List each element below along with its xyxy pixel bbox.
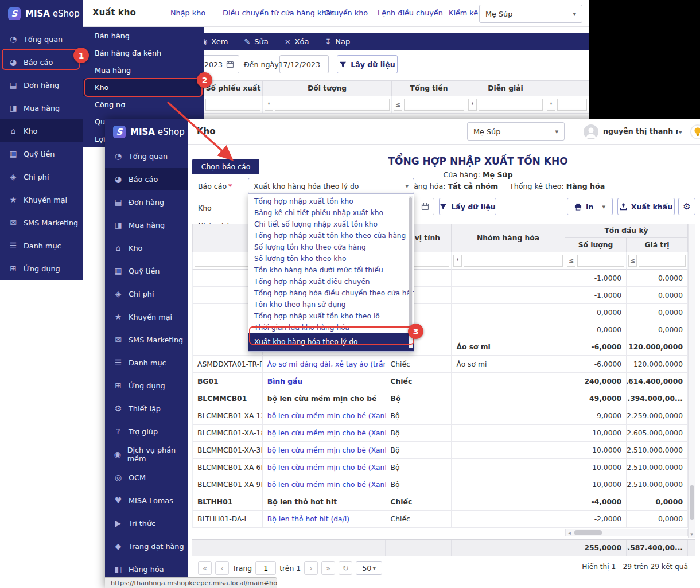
front-sidebar-item[interactable]: ▤ Đơn hàng bbox=[105, 190, 188, 213]
dropdown-option[interactable]: Xuất kho hàng hóa theo lý do bbox=[248, 333, 414, 351]
dropdown-option[interactable]: Số lượng tồn kho theo cửa hàng bbox=[248, 242, 414, 253]
vertical-scroll-thumb[interactable] bbox=[690, 485, 694, 520]
tab-chon-bao-cao[interactable]: Chọn báo cáo bbox=[192, 159, 259, 174]
cell-name[interactable]: Bộ len thỏ hot hit (da/l) bbox=[263, 511, 386, 527]
user-chevron-down-icon[interactable]: ▾ bbox=[679, 128, 682, 136]
front-sidebar-item[interactable]: ⌂ Kho bbox=[105, 236, 188, 259]
front-sidebar-item[interactable]: ? Trợ giúp bbox=[105, 420, 188, 443]
back-sidebar-item[interactable]: ◈ Chi phí bbox=[0, 165, 83, 188]
horizontal-scrollbar[interactable]: ◂ bbox=[565, 529, 688, 536]
horizontal-scroll-thumb[interactable] bbox=[574, 530, 602, 535]
refresh-button[interactable]: ↻ bbox=[339, 561, 352, 575]
back-sidebar-item[interactable]: ☰ Danh mục bbox=[0, 234, 83, 257]
get-data-button[interactable]: Lấy dữ liệu bbox=[439, 198, 496, 215]
front-sidebar-item[interactable]: ⚙ Thiết lập bbox=[105, 397, 188, 420]
col-tong-tien[interactable]: Tổng tiền bbox=[392, 80, 466, 96]
back-store-select[interactable]: Mẹ Súp ▾ bbox=[479, 5, 582, 23]
back-sidebar-item[interactable]: ✉ SMS Marketing bbox=[0, 211, 83, 234]
back-sidebar-item[interactable]: ◕ Báo cáo bbox=[0, 50, 83, 73]
next-page-button[interactable]: › bbox=[304, 561, 318, 575]
cell-name[interactable]: Bình gấu bbox=[263, 373, 386, 390]
print-chevron-down-icon[interactable]: ▾ bbox=[598, 203, 606, 211]
to-date-input[interactable]: 17/12/2023 bbox=[279, 55, 329, 73]
dropdown-option[interactable]: Tổng hợp nhập xuất tồn kho theo cửa hàng bbox=[248, 230, 414, 242]
table-row[interactable]: BLCMMCB01-XA-3M bộ len cừu mềm mịn cho b… bbox=[193, 442, 688, 459]
filter-operator[interactable]: ≤ bbox=[567, 255, 575, 267]
front-sidebar-item[interactable]: ▦ Quỹ tiền bbox=[105, 259, 188, 282]
front-sidebar-item[interactable]: ◈ Chi phí bbox=[105, 282, 188, 305]
col-opening-header[interactable]: Tồn đầu kỳ bbox=[565, 224, 688, 237]
filter-input[interactable] bbox=[577, 255, 624, 267]
grid-settings-button[interactable]: ⚙ bbox=[678, 198, 695, 215]
front-sidebar-item[interactable]: ▶ Tri thức bbox=[105, 512, 188, 535]
table-row[interactable]: BLTHH01 Bộ len thỏ hot hit Chiếc -4,0000… bbox=[193, 493, 688, 511]
back-sidebar-item[interactable]: ▦ Quỹ tiền bbox=[0, 142, 83, 165]
front-sidebar-item[interactable]: ✉ SMS Marketing bbox=[105, 328, 188, 351]
back-get-data-button[interactable]: Lấy dữ liệu bbox=[337, 55, 398, 73]
report-type-combobox[interactable]: Xuất kho hàng hóa theo lý do ▾ bbox=[248, 178, 414, 194]
col-value-header[interactable]: Giá trị bbox=[627, 237, 688, 252]
front-sidebar-item[interactable]: ◔ Tổng quan bbox=[105, 145, 188, 168]
filter-operator[interactable]: * bbox=[453, 255, 462, 267]
back-sidebar-item[interactable]: ◔ Tổng quan bbox=[0, 28, 83, 50]
col-group-header[interactable]: Nhóm hàng hóa bbox=[452, 224, 565, 252]
front-sidebar-item[interactable]: ★ Khuyến mại bbox=[105, 305, 188, 328]
dropdown-scroll-thumb[interactable] bbox=[409, 197, 412, 330]
scroll-left-arrow-icon[interactable]: ◂ bbox=[566, 530, 573, 536]
dropdown-option[interactable]: Tổng hợp nhập xuất tồn kho bbox=[248, 196, 414, 207]
dropdown-option[interactable]: Chi tiết số lượng nhập xuất tồn kho bbox=[248, 219, 414, 230]
back-sidebar-item[interactable]: ⊞ Ứng dụng bbox=[0, 257, 83, 280]
front-sidebar-item[interactable]: ♥ MISA Lomas bbox=[105, 489, 188, 512]
prev-page-button[interactable]: ‹ bbox=[215, 561, 229, 575]
dropdown-option[interactable]: Tổng hợp hàng hóa điều chuyển theo cửa h… bbox=[248, 287, 414, 299]
toolbar-button[interactable]: ✎ Sửa bbox=[244, 37, 268, 46]
nav-dieu-chuyen[interactable]: Điều chuyển từ cửa hàng khác bbox=[223, 9, 335, 17]
tips-bulb-icon[interactable] bbox=[689, 123, 700, 141]
back-sidebar-item[interactable]: ▤ Đơn hàng bbox=[0, 73, 83, 96]
toolbar-button[interactable]: × Xóa bbox=[285, 37, 309, 46]
col-doi-tuong[interactable]: Đối tượng bbox=[263, 80, 392, 96]
cell-name[interactable]: bộ len cừu mềm mịn cho bé (Xanh/3 bbox=[263, 442, 386, 458]
filter-input[interactable] bbox=[205, 99, 260, 111]
front-sidebar-item[interactable]: ☰ Danh mục bbox=[105, 351, 188, 374]
table-row[interactable]: BLCMMCB01 bộ len cừu mềm mịn cho bé Bộ 4… bbox=[193, 390, 688, 407]
filter-operator[interactable]: * bbox=[468, 99, 477, 111]
cell-name[interactable]: bộ len cừu mềm mịn cho bé (Xanh/1 bbox=[263, 425, 386, 441]
dropdown-option[interactable]: Tổng hợp nhập xuất tồn kho theo lô bbox=[248, 310, 414, 322]
dropdown-option[interactable]: Bảng kê chi tiết phiếu nhập xuất kho bbox=[248, 207, 414, 219]
print-button[interactable]: In ▾ bbox=[567, 198, 613, 215]
page-number-input[interactable] bbox=[255, 561, 276, 575]
first-page-button[interactable]: « bbox=[198, 561, 212, 575]
front-sidebar-item[interactable]: ◆ Trang đặt hàng bbox=[105, 535, 188, 558]
dropdown-option[interactable]: Số lượng tồn kho theo kho bbox=[248, 253, 414, 264]
col-extra[interactable] bbox=[545, 80, 589, 96]
table-row[interactable]: BLCMMCB01-XA-12M bộ len cừu mềm mịn cho … bbox=[193, 407, 688, 425]
cell-name[interactable]: Bộ len thỏ hot hit bbox=[263, 493, 386, 510]
toolbar-button[interactable]: ↧ Nạp bbox=[325, 37, 350, 46]
nav-lenh-dieu-chuyen[interactable]: Lệnh điều chuyển bbox=[378, 9, 443, 17]
back-sidebar-item[interactable]: ◨ Mua hàng bbox=[0, 96, 83, 119]
filter-input[interactable] bbox=[479, 99, 543, 111]
filter-input[interactable] bbox=[639, 255, 686, 267]
col-so-phieu-xuat[interactable]: Số phiếu xuất bbox=[204, 80, 263, 96]
vertical-scrollbar[interactable]: ▾ bbox=[688, 224, 695, 538]
page-size-select[interactable]: 50 ▾ bbox=[356, 561, 382, 575]
filter-operator[interactable]: ≤ bbox=[394, 99, 402, 111]
front-sidebar-item[interactable]: ⊞ Ứng dụng bbox=[105, 374, 188, 397]
col-dien-giai[interactable]: Diễn giải bbox=[466, 80, 545, 96]
cell-name[interactable]: bộ len cừu mềm mịn cho bé (Xanh/9 bbox=[263, 476, 386, 493]
table-row[interactable]: BLCMMCB01-XA-18M bộ len cừu mềm mịn cho … bbox=[193, 425, 688, 442]
nav-chuyen-kho[interactable]: Chuyển kho bbox=[324, 9, 368, 17]
dropdown-option[interactable]: Tồn kho theo hạn sử dụng bbox=[248, 299, 414, 310]
front-sidebar-item[interactable]: ◉ Dịch vụ phần mềm bbox=[105, 443, 188, 466]
user-name[interactable]: nguyễn thị thanh nga bbox=[603, 127, 678, 135]
nav-kiem-ke[interactable]: Kiểm kê bbox=[449, 9, 478, 17]
dropdown-option[interactable]: Thời gian lưu kho hàng hóa bbox=[248, 322, 414, 333]
toolbar-button[interactable]: ◉ Xem bbox=[201, 37, 228, 46]
filter-input[interactable] bbox=[275, 99, 390, 111]
nav-nhap-kho[interactable]: Nhập kho bbox=[170, 9, 205, 17]
submenu-item[interactable]: Bán hàng đa kênh bbox=[83, 44, 204, 61]
table-row[interactable]: BLCMMCB01-XA-6M bộ len cừu mềm mịn cho b… bbox=[193, 459, 688, 476]
front-sidebar-item[interactable]: ◨ Mua hàng bbox=[105, 213, 188, 236]
back-sidebar-item[interactable]: ⌂ Kho bbox=[0, 119, 83, 142]
